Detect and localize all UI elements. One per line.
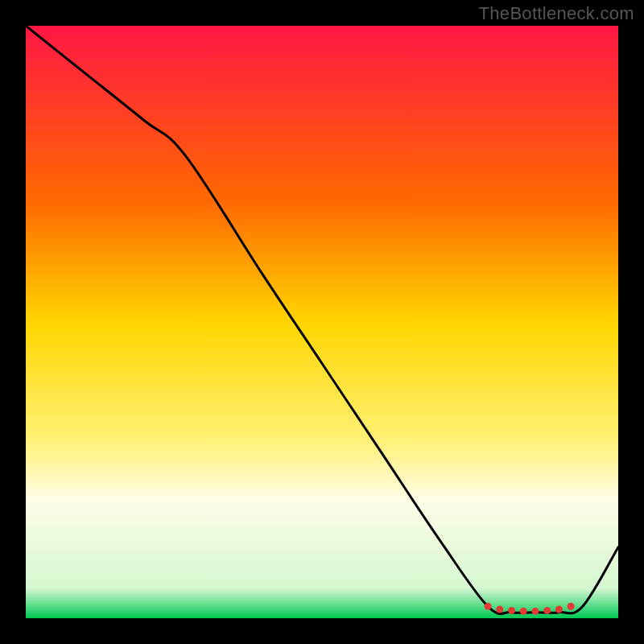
marker-dot [543,607,551,614]
watermark: TheBottleneck.com [479,3,634,24]
marker-dot [520,608,527,615]
marker-dot [485,603,492,610]
bottleneck-chart [0,0,644,644]
marker-dot [508,607,515,614]
marker-dot [531,608,539,615]
chart-container: TheBottleneck.com [0,0,644,644]
marker-dot [555,605,563,613]
plot-background [26,26,618,618]
marker-dot [568,603,575,610]
marker-dot [496,605,503,613]
